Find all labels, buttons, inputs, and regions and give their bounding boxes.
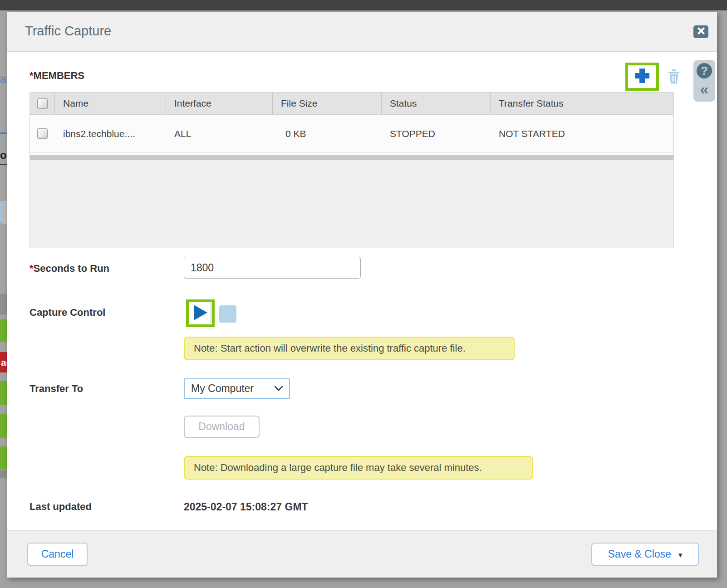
column-header-status[interactable]: Status xyxy=(382,93,491,114)
chevron-down-icon xyxy=(275,385,283,393)
column-header-transfer-status[interactable]: Transfer Status xyxy=(491,93,673,114)
background-button-fragment xyxy=(0,201,7,224)
background-table-header-fragment xyxy=(0,294,7,314)
download-button[interactable]: Download xyxy=(184,416,260,438)
seconds-to-run-label: *Seconds to Run xyxy=(29,263,109,274)
row-cell-file-size: 0 KB xyxy=(273,115,382,152)
traffic-capture-dialog: Traffic Capture *MEMBERS ? « xyxy=(7,12,717,578)
save-options-caret-icon[interactable]: ▾ xyxy=(678,550,683,560)
start-capture-annotation-box xyxy=(186,299,215,327)
close-button[interactable] xyxy=(693,25,708,38)
save-and-close-button[interactable]: Save & Close ▾ xyxy=(591,543,699,566)
column-header-interface[interactable]: Interface xyxy=(166,93,273,114)
last-updated-value: 2025-02-07 15:08:27 GMT xyxy=(184,501,308,513)
members-table-header: Name Interface File Size Status Transfer… xyxy=(30,93,673,115)
horizontal-scrollbar[interactable] xyxy=(30,155,673,160)
start-note: Note: Start action will overwrite the ex… xyxy=(184,337,515,360)
members-table: Name Interface File Size Status Transfer… xyxy=(29,92,674,248)
last-updated-label: Last updated xyxy=(29,501,92,513)
download-note: Note: Downloading a large capture file m… xyxy=(184,456,533,480)
row-checkbox-cell xyxy=(30,115,55,152)
background-page-strip: ap ol ad xyxy=(0,10,7,588)
background-green-status-bar xyxy=(0,319,7,342)
transfer-to-label: Transfer To xyxy=(29,383,83,395)
background-green-status-bar xyxy=(0,446,7,469)
members-label: *MEMBERS xyxy=(29,70,84,82)
save-and-close-label: Save & Close xyxy=(608,548,671,560)
background-green-status-bar xyxy=(0,414,7,438)
help-icon[interactable]: ? xyxy=(697,63,712,78)
play-icon[interactable] xyxy=(193,304,208,323)
capture-control-label: Capture Control xyxy=(29,307,105,318)
select-all-cell xyxy=(30,93,55,114)
background-gray-band xyxy=(0,470,7,478)
row-cell-interface: ALL xyxy=(166,115,273,152)
delete-member-button[interactable] xyxy=(667,68,681,84)
dialog-title: Traffic Capture xyxy=(25,24,111,39)
background-tab-text-fragment: ol xyxy=(0,149,7,162)
add-member-annotation-box xyxy=(625,63,659,91)
dialog-header: Traffic Capture xyxy=(7,12,717,52)
side-help-panel: ? « xyxy=(693,60,715,102)
button-edge xyxy=(211,303,211,323)
close-icon xyxy=(698,27,705,36)
plus-icon xyxy=(633,78,651,86)
seconds-to-run-input[interactable] xyxy=(184,257,361,279)
background-top-bar xyxy=(0,0,727,10)
transfer-to-selected-value: My Computer xyxy=(185,382,275,395)
background-tab-underline xyxy=(0,164,7,165)
collapse-panel-icon[interactable]: « xyxy=(693,80,715,98)
row-checkbox[interactable] xyxy=(37,128,48,139)
transfer-to-select[interactable]: My Computer xyxy=(184,378,290,399)
column-header-file-size[interactable]: File Size xyxy=(273,93,382,114)
table-row[interactable]: ibns2.techblue.... ALL 0 KB STOPPED NOT … xyxy=(30,115,673,153)
background-green-status-bar xyxy=(0,381,7,405)
add-member-button[interactable] xyxy=(633,67,651,87)
row-cell-transfer-status: NOT STARTED xyxy=(491,115,673,152)
dialog-footer: Cancel Save & Close ▾ xyxy=(7,530,717,578)
column-header-name[interactable]: Name xyxy=(55,93,166,114)
background-nav-text-fragment: ap xyxy=(0,73,7,85)
select-all-checkbox[interactable] xyxy=(37,98,48,109)
required-asterisk: * xyxy=(29,70,34,81)
required-asterisk: * xyxy=(29,263,34,274)
background-blue-divider xyxy=(0,132,7,134)
stop-icon[interactable] xyxy=(219,305,236,323)
background-red-status-badge: ad xyxy=(0,352,7,372)
cancel-button[interactable]: Cancel xyxy=(27,543,88,566)
trash-icon xyxy=(667,78,681,86)
row-cell-status: STOPPED xyxy=(382,115,491,152)
row-cell-name: ibns2.techblue.... xyxy=(55,115,166,152)
